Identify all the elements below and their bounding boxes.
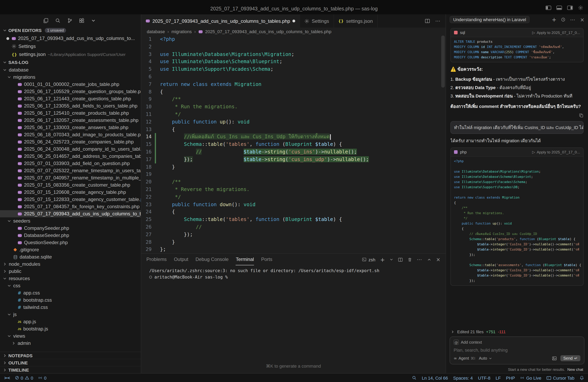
status-language[interactable]: PHP <box>506 375 515 380</box>
tree-item[interactable]: #app.css <box>0 289 141 296</box>
panel-more-actions-icon[interactable]: ⋯ <box>417 257 422 263</box>
status-cursor-tab[interactable]: Cursor Tab <box>546 375 574 380</box>
tree-item[interactable]: public <box>0 268 141 275</box>
tree-item[interactable]: 2025_07_15_083356_create_customer_table.… <box>0 181 141 189</box>
shell-selector[interactable]: zsh <box>362 257 375 262</box>
tree-item[interactable]: admin <box>0 340 141 347</box>
sidebar-section-notepads[interactable]: NOTEPADS <box>0 352 141 359</box>
tree-item[interactable]: 2025_07_17_093943_add_cus_ins_udp_column… <box>0 210 141 217</box>
sidebar-section-outline[interactable]: OUTLINE <box>0 359 141 366</box>
tree-item[interactable]: 2025_06_25_014657_add_address_to_compani… <box>0 153 141 160</box>
status-go-live[interactable]: Go Live <box>520 375 541 380</box>
terminal-profile-chevron-icon[interactable] <box>390 258 393 261</box>
tree-item[interactable]: 2025_07_15_122833_create_agency_customer… <box>0 196 141 203</box>
toggle-primary-sidebar-icon[interactable] <box>546 6 551 10</box>
new-chat-button[interactable]: New chat <box>567 367 583 372</box>
new-terminal-icon[interactable]: + <box>380 256 385 263</box>
toggle-secondary-sidebar-icon[interactable] <box>567 6 573 10</box>
panel-tab-problems[interactable]: Problems <box>147 254 167 265</box>
open-editor-item[interactable]: {}settings.json~/Library/Application Sup… <box>0 50 141 58</box>
apply-code-button[interactable]: ▷Apply to 2025_07_17_0... <box>532 150 580 154</box>
project-section-header[interactable]: SAS-LOG <box>0 58 141 66</box>
tree-item[interactable]: 2025_07_07_025322_rename_timestamp_in_us… <box>0 167 141 174</box>
settings-gear-icon[interactable] <box>578 5 583 10</box>
chat-input[interactable]: @ Add context Plan, search, build anythi… <box>450 336 584 364</box>
terminal-content[interactable]: /Users/aritach/.zshrc:source:3: no such … <box>141 265 446 364</box>
split-editor-icon[interactable] <box>425 18 430 24</box>
status-encoding[interactable]: UTF-8 <box>478 375 490 380</box>
panel-tab-terminal[interactable]: Terminal <box>236 254 254 265</box>
tree-item[interactable]: DatabaseSeeder.php <box>0 232 141 239</box>
tree-item[interactable]: JSbootstrap.js <box>0 325 141 332</box>
tree-item[interactable]: 2025_06_24_025723_create_companies_table… <box>0 138 141 145</box>
sidebar-section-timeline[interactable]: TIMELINE <box>0 366 141 373</box>
status-line-col[interactable]: Ln 14, Col 66 <box>422 375 448 380</box>
editor-tab[interactable]: {}settings.json <box>334 14 378 28</box>
tree-item[interactable]: 2025_06_24_030048_add_company_id_to_user… <box>0 145 141 153</box>
extensions-icon[interactable] <box>79 18 84 23</box>
tree-item[interactable]: CompanySeeder.php <box>0 225 141 232</box>
chat-tab[interactable]: Understanding whereHas() in Laravel <box>450 16 530 23</box>
breadcrumb-item[interactable]: migrations <box>171 29 192 34</box>
editor-scrollbar[interactable] <box>441 36 445 88</box>
panel-tab-debug-console[interactable]: Debug Console <box>195 254 228 265</box>
send-button[interactable]: Send↵ <box>561 355 581 361</box>
apply-code-button[interactable]: ▷Apply to 2025_07_17_0... <box>532 30 580 35</box>
tree-item[interactable]: 2025_07_17_084357_fix_foreign_key_constr… <box>0 203 141 210</box>
open-editors-header[interactable]: OPEN EDITORS 1 unsaved <box>0 26 141 34</box>
editor-tab[interactable]: 2025_07_17_093943_add_cus_ins_udp_column… <box>141 14 300 28</box>
tree-item[interactable]: database.sqlite <box>0 253 141 261</box>
breadcrumb-item[interactable]: database <box>147 29 165 34</box>
tree-item[interactable]: 2025_06_17_133003_create_answers_table.p… <box>0 124 141 131</box>
open-editor-item[interactable]: Settings <box>0 42 141 50</box>
tree-item[interactable]: JSapp.js <box>0 318 141 325</box>
model-selector[interactable]: Auto <box>479 356 492 361</box>
tree-item[interactable]: database <box>0 66 141 74</box>
search-icon[interactable] <box>55 18 60 23</box>
tree-item[interactable]: 2025_07_07_040957_rename_timestamp_in_mu… <box>0 174 141 181</box>
tree-item[interactable]: node_modules <box>0 261 141 268</box>
copy-response-icon[interactable] <box>579 113 584 118</box>
toggle-panel-icon[interactable] <box>556 6 562 10</box>
tree-item[interactable]: .gitignore <box>0 246 141 253</box>
tree-item[interactable]: #tailwind.css <box>0 304 141 311</box>
editor-tab[interactable]: Settings <box>300 14 334 28</box>
status-eol[interactable]: LF <box>496 375 501 380</box>
tree-item[interactable]: 2025_06_17_123055_add_fields_to_users_ta… <box>0 102 141 110</box>
chat-history-icon[interactable] <box>561 17 566 22</box>
source-control-icon[interactable] <box>67 18 72 23</box>
tree-item[interactable]: 2025_06_18_070343_add_image_to_products_… <box>0 131 141 138</box>
tree-item[interactable]: views <box>0 332 141 340</box>
panel-tab-ports[interactable]: Ports <box>261 254 273 265</box>
status-search[interactable] <box>412 376 417 380</box>
close-chat-icon[interactable]: × <box>580 17 584 22</box>
close-panel-icon[interactable]: × <box>436 257 441 263</box>
code-editor[interactable]: 1<?php23use Illuminate\Database\Migratio… <box>141 36 446 253</box>
agent-mode-selector[interactable]: ∞ Agent ⌘I <box>454 356 475 361</box>
attach-image-icon[interactable] <box>552 356 557 361</box>
tree-item[interactable]: 2025_06_17_105529_create_question_groups… <box>0 88 141 95</box>
editor-more-actions-icon[interactable]: ⋯ <box>435 18 441 24</box>
more-views-chevron-icon[interactable] <box>91 18 96 22</box>
tree-item[interactable]: 2025_06_17_132057_create_assessments_tab… <box>0 117 141 124</box>
panel-tab-output[interactable]: Output <box>174 254 188 265</box>
kill-terminal-trash-icon[interactable] <box>408 257 412 262</box>
tree-item[interactable]: #bootstrap.css <box>0 296 141 304</box>
status-notifications[interactable] <box>580 376 584 380</box>
problems-indicator[interactable]: 0 0 <box>15 375 33 380</box>
tree-item[interactable]: QuestionSeeder.php <box>0 239 141 246</box>
chat-more-actions-icon[interactable]: ⋯ <box>570 17 576 22</box>
add-context-button[interactable]: @ Add context <box>454 340 482 345</box>
status-indentation[interactable]: Spaces: 4 <box>453 375 473 380</box>
tree-item[interactable]: migrations <box>0 74 141 81</box>
edited-files-row[interactable]: Edited 21 files +751-111 <box>450 329 584 334</box>
breadcrumb-item[interactable]: 2025_07_17_093943_add_cus_ins_udp_column… <box>205 29 331 34</box>
tree-item[interactable]: js <box>0 311 141 318</box>
tree-item[interactable]: 2025_06_17_121443_create_questions_table… <box>0 95 141 102</box>
tree-item[interactable]: seeders <box>0 217 141 225</box>
remote-indicator[interactable]: >< <box>4 376 10 380</box>
chat-conversation[interactable]: sql ▷Apply to 2025_07_17_0... ALTER TABL… <box>446 25 588 327</box>
tree-item[interactable]: 0001_01_01_000002_create_jobs_table.php <box>0 81 141 88</box>
copy-files-icon[interactable] <box>43 18 48 23</box>
tree-item[interactable]: css <box>0 282 141 289</box>
